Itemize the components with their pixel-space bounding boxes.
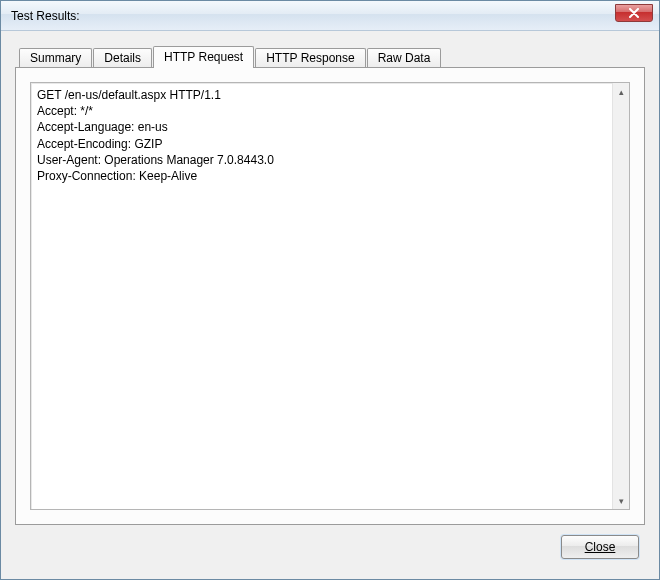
tab-label: HTTP Response (266, 51, 354, 65)
window-title: Test Results: (11, 9, 80, 23)
tab-details[interactable]: Details (93, 48, 152, 68)
tab-label: Raw Data (378, 51, 431, 65)
vertical-scrollbar[interactable]: ▴ ▾ (612, 83, 629, 509)
tab-page: GET /en-us/default.aspx HTTP/1.1 Accept:… (15, 67, 645, 525)
window: Test Results: Summary Details HTTP Reque… (0, 0, 660, 580)
tab-label: HTTP Request (164, 50, 243, 64)
close-icon (628, 8, 640, 18)
tab-label: Summary (30, 51, 81, 65)
scroll-down-icon[interactable]: ▾ (613, 492, 629, 509)
tab-strip: Summary Details HTTP Request HTTP Respon… (15, 45, 645, 67)
tab-summary[interactable]: Summary (19, 48, 92, 68)
dialog-footer: Close (15, 525, 645, 569)
scroll-up-icon[interactable]: ▴ (613, 83, 629, 100)
tab-http-request[interactable]: HTTP Request (153, 46, 254, 68)
window-close-button[interactable] (615, 4, 653, 22)
content-box: GET /en-us/default.aspx HTTP/1.1 Accept:… (30, 82, 630, 510)
http-request-text[interactable]: GET /en-us/default.aspx HTTP/1.1 Accept:… (31, 83, 612, 509)
close-button-label: Close (585, 540, 616, 554)
tab-raw-data[interactable]: Raw Data (367, 48, 442, 68)
tab-label: Details (104, 51, 141, 65)
tab-http-response[interactable]: HTTP Response (255, 48, 365, 68)
close-button[interactable]: Close (561, 535, 639, 559)
client-area: Summary Details HTTP Request HTTP Respon… (1, 31, 659, 579)
titlebar: Test Results: (1, 1, 659, 31)
